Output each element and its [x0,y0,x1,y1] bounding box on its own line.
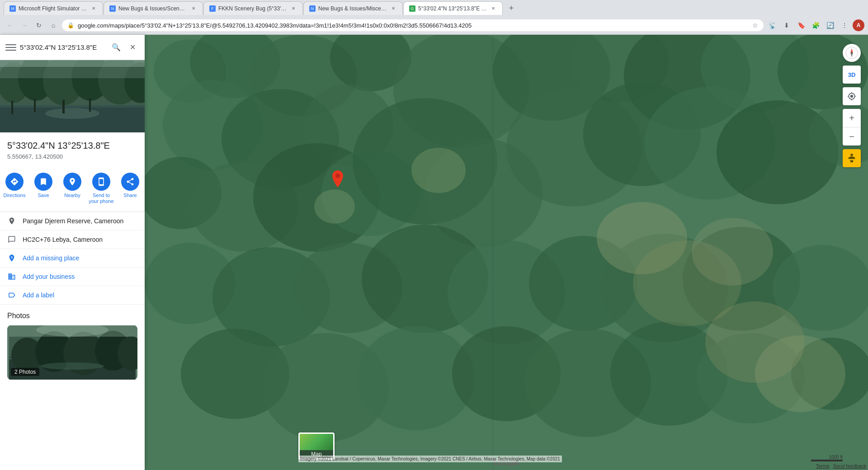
terms-links: Terms Send feedback [816,463,866,469]
plus-code-row[interactable]: HC2C+76 Lebya, Cameroon [0,230,145,249]
action-buttons: Directions Save Nearby [0,169,145,212]
address-bar-row: ← → ↻ ⌂ 🔒 google.com/maps/place/5°33'02.… [0,16,868,34]
share-icon [121,173,139,191]
new-tab-button[interactable]: + [505,2,518,14]
add-label-row[interactable]: Add a label [0,286,145,305]
svg-point-81 [851,52,853,54]
bookmark-star-icon[interactable]: ☆ [752,22,758,29]
svg-point-75 [755,335,845,412]
tab-4-title: New Bugs & Issues/Miscellane... [318,5,387,12]
bookmark-icon[interactable]: 🔖 [795,19,807,32]
tab-3-close[interactable]: ✕ [290,5,297,12]
map-marker[interactable] [332,170,343,189]
my-location-button[interactable] [843,87,861,105]
location-coords: 5.550667, 13.420500 [7,153,137,160]
map-attribution-bar: Imagery ©2021 Landsat / Copernicus, Maxa… [298,454,841,462]
photos-title: Photos [7,312,137,320]
location-photo [0,60,145,132]
add-business-row[interactable]: Add your business [0,268,145,286]
directions-icon [5,173,24,191]
zoom-in-button[interactable]: + [843,109,861,127]
svg-rect-11 [34,99,36,112]
add-label-text: Add a label [23,291,54,299]
share-button[interactable]: Share [118,173,143,204]
svg-point-42 [411,148,466,193]
photo-thumbnail[interactable]: 2 Photos [7,325,137,380]
add-business-icon [7,272,16,281]
region-text: Pangar Djerem Reserve, Cameroon [23,217,123,225]
cast-icon[interactable]: 📡 [766,19,778,32]
tab-2[interactable]: N New Bugs & Issues/Scenery topi... ✕ [104,1,203,15]
tab-1-title: Microsoft Flight Simulator Forum... [19,5,87,12]
svg-rect-8 [0,105,145,108]
pegman-button[interactable] [843,149,861,167]
back-button[interactable]: ← [4,19,16,32]
save-label: Save [38,193,49,198]
tab-5-favicon: G [409,5,415,12]
sync-icon[interactable]: 🔄 [824,19,836,32]
photos-section: Photos [0,305,145,387]
forward-button[interactable]: → [18,19,31,32]
hamburger-menu[interactable] [5,42,16,53]
svg-rect-13 [89,98,91,112]
location-pin-icon [7,216,16,226]
map-background-svg [145,35,868,470]
browser-chrome: M Microsoft Flight Simulator Forum... ✕ … [0,0,868,35]
directions-label: Directions [4,193,26,198]
plus-code-icon [7,235,16,244]
send-feedback-link[interactable]: Send feedback [833,463,866,469]
download-icon[interactable]: ⬇ [780,19,793,32]
tab-4-close[interactable]: ✕ [390,5,397,12]
main-content: 🔍 ✕ [0,35,868,470]
nearby-button[interactable]: Nearby [60,173,85,204]
add-place-icon [7,254,16,263]
search-input[interactable] [20,39,106,56]
svg-rect-10 [11,101,13,114]
zoom-out-button[interactable]: − [843,127,861,146]
send-to-phone-icon [92,173,110,191]
send-to-phone-button[interactable]: Send to your phone [89,173,114,204]
save-icon [34,173,52,191]
search-icon-button[interactable]: 🔍 [109,40,123,55]
tab-1-favicon: M [9,5,16,12]
address-bar[interactable]: 🔒 google.com/maps/place/5°33'02.4"N+13°2… [61,19,764,32]
refresh-button[interactable]: ↻ [33,19,45,32]
map-area[interactable]: 3D + − [145,35,868,470]
region-row[interactable]: Pangar Djerem Reserve, Cameroon [0,212,145,230]
settings-icon[interactable]: ⋮ [838,19,851,32]
svg-rect-15 [0,60,145,67]
tab-1[interactable]: M Microsoft Flight Simulator Forum... ✕ [4,1,103,15]
map-3d-button[interactable]: 3D [843,66,861,84]
close-button[interactable]: ✕ [126,40,139,55]
share-label: Share [123,193,137,198]
save-button[interactable]: Save [31,173,56,204]
scale-bar: 1000 ft [811,455,843,461]
directions-button[interactable]: Directions [2,173,27,204]
location-title: 5°33'02.4"N 13°25'13.8"E [7,140,137,151]
extensions-puzzle-icon[interactable]: 🧩 [809,19,822,32]
add-business-text: Add your business [23,273,75,280]
map-type-preview [300,434,333,450]
home-button[interactable]: ⌂ [47,19,60,32]
svg-point-43 [314,189,355,224]
add-missing-place-row[interactable]: Add a missing place [0,249,145,268]
tab-2-close[interactable]: ✕ [190,5,197,12]
tab-2-title: New Bugs & Issues/Scenery topi... [118,5,187,12]
svg-point-26 [41,362,104,370]
tab-3[interactable]: F FKKN Scenery Bug (5°33'02.4"N... ✕ [203,1,303,15]
profile-avatar[interactable]: A [853,19,864,31]
tab-5[interactable]: G 5°33'02.4"N 13°25'13.8"E - Goo... ✕ [403,1,503,15]
tab-4[interactable]: N New Bugs & Issues/Miscellane... ✕ [303,1,403,15]
compass-control[interactable] [843,44,861,62]
terms-link[interactable]: Terms [816,463,830,469]
nearby-icon [63,173,81,191]
tab-4-favicon: N [309,5,316,12]
tab-5-close[interactable]: ✕ [490,5,497,12]
map-right-controls: 3D + − [843,44,861,167]
svg-rect-12 [62,100,65,113]
url-text: google.com/maps/place/5°33'02.4"N+13°25'… [78,22,749,29]
tab-1-close[interactable]: ✕ [90,5,97,12]
location-info: 5°33'02.4"N 13°25'13.8"E 5.550667, 13.42… [0,132,145,169]
svg-point-73 [692,218,773,286]
add-label-icon [7,291,16,300]
